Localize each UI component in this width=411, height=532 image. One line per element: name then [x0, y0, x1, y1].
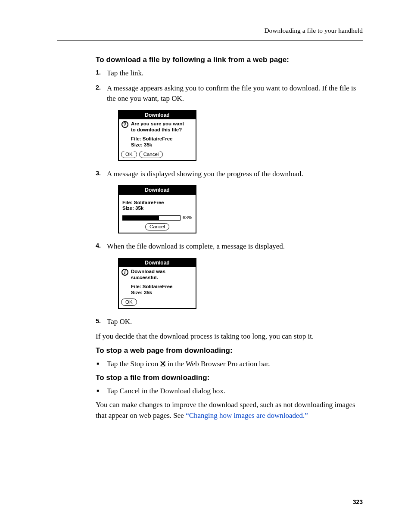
step-5-text: Tap OK.	[107, 317, 363, 327]
step-3: A message is displayed showing you the p…	[96, 169, 363, 234]
dialog-file: File: SolitaireFree	[131, 284, 193, 290]
dialog-size: Size: 35k	[131, 142, 193, 148]
step-3-text: A message is displayed showing you the p…	[107, 169, 363, 180]
dialog-file: File: SolitaireFree	[122, 200, 192, 206]
dialog-title: Download	[119, 186, 196, 194]
stop-page-text-pre: Tap the Stop icon	[107, 360, 160, 368]
header-rule	[57, 40, 363, 41]
step-5: Tap OK.	[96, 317, 363, 327]
link-text: “Changing how images are downloaded.”	[186, 411, 308, 420]
dialog-message: Download was successful.	[131, 269, 193, 281]
dialog-message-line1: Download was	[131, 269, 193, 275]
step-4-text: When the file download is complete, a me…	[107, 241, 363, 252]
dialog-message-line1: Are you sure you want	[131, 121, 193, 127]
figure-progress-dialog: Download File: SolitaireFree Size: 35k 6…	[118, 185, 363, 233]
stop-page-text-post: in the Web Browser Pro action bar.	[165, 360, 270, 368]
question-icon: ?	[121, 121, 128, 128]
step-1-text: Tap the link.	[107, 68, 363, 79]
step-2: A message appears asking you to confirm …	[96, 83, 363, 161]
download-confirm-dialog: Download ? Are you sure you want to down…	[118, 110, 196, 161]
step-1: Tap the link.	[96, 68, 363, 79]
dialog-file: File: SolitaireFree	[131, 136, 193, 142]
page-content: To download a file by following a link f…	[96, 55, 363, 421]
figure-done-dialog: Download i Download was successful. File	[118, 258, 363, 309]
dialog-message: Are you sure you want to download this f…	[131, 121, 193, 133]
stop-icon	[160, 361, 165, 367]
ok-button[interactable]: OK	[121, 151, 137, 158]
progress-bar	[122, 215, 181, 221]
dialog-title: Download	[119, 259, 196, 267]
progress-row: 63%	[122, 215, 192, 221]
dialog-message-line2: successful.	[131, 275, 193, 281]
steps-list: Tap the link. A message appears asking y…	[96, 68, 363, 327]
dialog-size: Size: 35k	[131, 290, 193, 296]
link-changing-images[interactable]: “Changing how images are downloaded.”	[186, 411, 308, 420]
dialog-message-line2: to download this file?	[131, 127, 193, 133]
page-number: 323	[353, 498, 363, 506]
improve-speed-paragraph: You can make changes to improve the down…	[96, 400, 363, 421]
stop-intro-paragraph: If you decide that the download process …	[96, 331, 363, 342]
stop-page-list: Tap the Stop icon in the Web Browser Pro…	[96, 359, 363, 370]
download-done-dialog: Download i Download was successful. File	[118, 258, 196, 309]
heading-download-link: To download a file by following a link f…	[96, 55, 363, 65]
stop-file-text: Tap Cancel in the Download dialog box.	[107, 387, 225, 395]
running-head: Downloading a file to your handheld	[57, 26, 363, 35]
download-progress-dialog: Download File: SolitaireFree Size: 35k 6…	[118, 185, 196, 233]
info-icon: i	[121, 269, 128, 276]
progress-fill	[123, 216, 159, 220]
cancel-button[interactable]: Cancel	[139, 151, 163, 158]
stop-page-bullet: Tap the Stop icon in the Web Browser Pro…	[96, 359, 363, 370]
heading-stop-page: To stop a web page from downloading:	[96, 345, 363, 356]
heading-stop-file: To stop a file from downloading:	[96, 373, 363, 383]
dialog-title: Download	[119, 111, 196, 119]
step-4: When the file download is complete, a me…	[96, 241, 363, 308]
cancel-button[interactable]: Cancel	[145, 223, 169, 230]
dialog-size: Size: 35k	[122, 205, 192, 212]
progress-percent: 63%	[183, 215, 192, 221]
stop-file-list: Tap Cancel in the Download dialog box.	[96, 386, 363, 397]
step-2-text: A message appears asking you to confirm …	[107, 83, 363, 104]
figure-confirm-dialog: Download ? Are you sure you want to down…	[118, 110, 363, 161]
stop-file-bullet: Tap Cancel in the Download dialog box.	[96, 386, 363, 397]
ok-button[interactable]: OK	[121, 299, 137, 306]
